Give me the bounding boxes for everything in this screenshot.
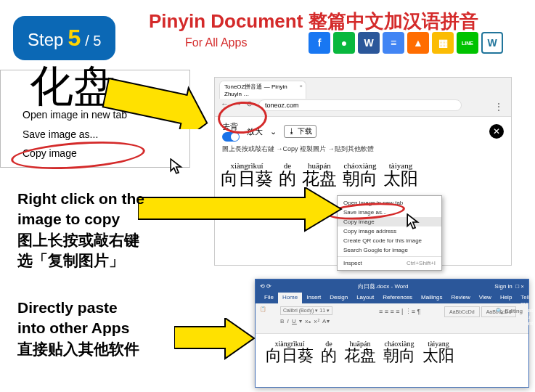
close-overlay-button[interactable]: ✕ (489, 124, 504, 139)
tab-home[interactable]: Home (278, 293, 302, 303)
arrow-to-word (174, 318, 261, 362)
wordpress-icon: W (481, 32, 503, 54)
instruction-paste: Directly paste into other Apps 直接贴入其他软件 (17, 298, 139, 359)
word-ribbon-body[interactable]: 📋 Calibri (Body) ▾ 11 ▾ B I U ▾ x₂ x² A▾… (256, 303, 528, 334)
ctx-search[interactable]: Search Google for image (338, 245, 441, 255)
tab-layout[interactable]: Layout (352, 293, 378, 303)
google-slides-icon: ▦ (432, 32, 454, 54)
word-pinyin-row: xiàngrìkuí向日葵 de的 huāpán花盘 cháoxiàng朝向 t… (266, 340, 518, 364)
step-total: / 5 (85, 33, 101, 49)
tab-review[interactable]: Review (446, 293, 474, 303)
browser-menu-icon[interactable]: ⋮ (494, 101, 504, 113)
word-word-2: de的 (321, 340, 337, 364)
keynote-icon: ▲ (407, 32, 429, 54)
pinyin-row: xiàngrìkuí向日葵 de的 huāpán花盘 cháoxiàng朝向 t… (221, 161, 418, 187)
cursor-icon (170, 158, 186, 179)
tab-file[interactable]: File (260, 293, 278, 303)
instruction-right-click: Right click on the image to copy 图上长按或敲右… (17, 189, 144, 271)
word-doc-title: 向日葵.docx - Word (271, 282, 494, 290)
word-2: de的 (279, 161, 296, 187)
browser-tab[interactable]: ToneOZ拼音通 — Pinyin Zhuyin … × (219, 81, 306, 99)
svg-marker-1 (138, 187, 341, 231)
zoom-dropdown[interactable]: ⌄ (270, 127, 277, 136)
tab-close-icon[interactable]: × (299, 83, 303, 89)
svg-marker-0 (102, 71, 213, 129)
word-signin[interactable]: Sign in (494, 283, 512, 290)
word-3: huāpán花盘 (302, 161, 337, 187)
step-label: Step (28, 30, 63, 50)
tab-view[interactable]: View (475, 293, 496, 303)
word-window: ⟲ ⟳ 向日葵.docx - Word Sign in □ × File Hom… (255, 279, 529, 388)
word-5: tàiyang太阳 (383, 161, 418, 187)
line-icon: LINE (457, 32, 478, 54)
word-titlebar: ⟲ ⟳ 向日葵.docx - Word Sign in □ × (256, 279, 528, 293)
cursor-icon-2 (407, 213, 422, 234)
wechat-icon: ● (333, 32, 355, 54)
tab-references[interactable]: References (378, 293, 417, 303)
tab-design[interactable]: Design (325, 293, 352, 303)
word-4: cháoxiàng朝向 (343, 161, 377, 187)
step-number: 5 (68, 25, 81, 52)
step-badge: Step 5 / 5 (13, 16, 115, 60)
tab-mailings[interactable]: Mailings (417, 293, 446, 303)
arrow-to-context-menu (138, 187, 356, 238)
page-title: Pinyin Document 整篇中文加汉语拼音 (149, 9, 478, 34)
word-word-4: cháoxiàng朝向 (383, 340, 415, 364)
svg-marker-2 (174, 318, 254, 359)
tab-title: ToneOZ拼音通 — Pinyin Zhuyin … (224, 83, 287, 97)
word-ribbon-tabs: File Home Insert Design Layout Reference… (256, 293, 528, 303)
tab-tell-me[interactable]: Tell me what you want to do (516, 293, 535, 303)
app-icons: f ● W ≡ ▲ ▦ LINE W (309, 32, 503, 54)
word-word-3: huāpán花盘 (344, 340, 376, 364)
word-window-controls[interactable]: □ × (515, 283, 524, 290)
word-1: xiàngrìkuí向日葵 (221, 161, 273, 187)
word-word-5: tàiyang太阳 (422, 340, 454, 364)
subtitle: For All Apps (185, 36, 247, 49)
word-icon: W (358, 32, 380, 54)
word-document-body[interactable]: xiàngrìkuí向日葵 de的 huāpán花盘 cháoxiàng朝向 t… (256, 334, 528, 369)
google-docs-icon: ≡ (383, 32, 404, 54)
word-word-1: xiàngrìkuí向日葵 (266, 340, 314, 364)
tab-insert[interactable]: Insert (302, 293, 325, 303)
facebook-icon: f (309, 32, 330, 54)
address-bar[interactable]: toneoz.com (258, 99, 462, 111)
ctx-inspect[interactable]: InspectCtrl+Shift+I (338, 258, 441, 268)
download-button[interactable]: ⭳ 下载 (284, 125, 316, 138)
ctx-divider (338, 256, 441, 257)
tab-help[interactable]: Help (496, 293, 516, 303)
word-qa-icons[interactable]: ⟲ ⟳ (260, 283, 271, 290)
hint-text: 圖上長按或敲右鍵 →Copy 複製圖片 →貼到其他軟體 (222, 144, 374, 154)
